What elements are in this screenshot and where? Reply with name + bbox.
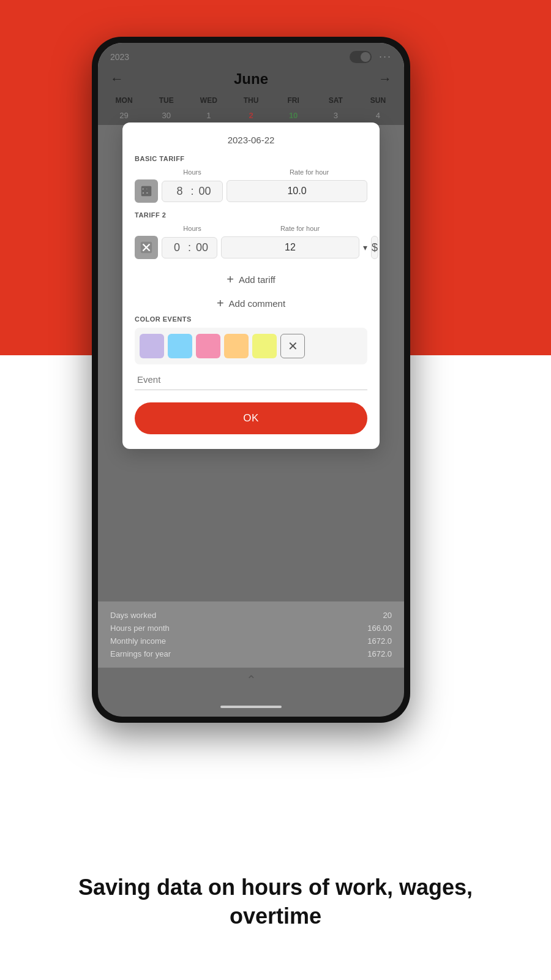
time-colon-basic: : (190, 185, 193, 198)
time-colon-t2: : (188, 241, 191, 254)
tariff2-hours-value: 0 (168, 241, 186, 254)
stat-row-hours: Hours per month 166.00 (110, 622, 392, 635)
dialog-date: 2023-06-22 (135, 135, 367, 145)
tariff2-row: 0 : 00 ▾ $ (135, 236, 367, 259)
basic-rate-input[interactable] (227, 180, 367, 202)
stat-value-hours: 166.00 (367, 624, 392, 633)
svg-text:=: = (146, 192, 148, 195)
calculator-icon: + - × = (140, 184, 153, 198)
add-tariff-label: Add tariff (239, 274, 276, 285)
swatch-purple[interactable] (140, 334, 164, 358)
stat-row-days: Days worked 20 (110, 609, 392, 622)
phone-screen: 2023 ··· ← June → MON TUE WED THU FRI SA… (98, 43, 404, 717)
stat-label-income: Monthly income (110, 636, 166, 646)
basic-col-hours: Hours (183, 168, 201, 176)
basic-col-rate: Rate for hour (290, 168, 329, 176)
add-tariff-icon: + (227, 273, 234, 287)
event-input[interactable] (135, 369, 367, 390)
t2-col-hours: Hours (183, 225, 201, 232)
stat-row-income: Monthly income 1672.0 (110, 635, 392, 647)
currency-symbol: $ (372, 241, 378, 254)
basic-minutes-value: 00 (197, 185, 214, 198)
basic-tariff-row: + - × = 8 : 00 (135, 179, 367, 203)
rate-dropdown-button[interactable]: ▾ (363, 236, 367, 259)
swatch-yellow[interactable] (252, 334, 277, 358)
stat-label-year: Earnings for year (110, 649, 171, 658)
swatch-pink[interactable] (196, 334, 220, 358)
tariff2-label: TARIFF 2 (135, 211, 367, 219)
svg-text:×: × (143, 192, 144, 195)
swatch-clear-button[interactable]: ✕ (280, 334, 305, 358)
entry-dialog: 2023-06-22 BASIC TARIFF Hours Rate for h… (122, 123, 380, 449)
svg-text:+: + (143, 187, 144, 190)
tariff2-time-input[interactable]: 0 : 00 (162, 237, 217, 258)
currency-button[interactable]: $ (371, 236, 378, 259)
add-comment-button[interactable]: + Add comment (135, 292, 367, 315)
basic-tariff-label: BASIC TARIFF (135, 155, 367, 162)
tagline-container: Saving data on hours of work, wages, ove… (0, 873, 551, 931)
stat-value-year: 1672.0 (367, 649, 392, 658)
color-events-label: COLOR EVENTS (135, 315, 367, 323)
t2-col-rate: Rate for hour (280, 225, 320, 232)
calculator-button[interactable]: + - × = (135, 179, 158, 203)
swatch-blue[interactable] (168, 334, 192, 358)
tariff2-rate-input[interactable] (221, 236, 359, 258)
add-comment-label: Add comment (229, 298, 286, 309)
add-tariff-button[interactable]: + Add tariff (135, 268, 367, 292)
color-swatches-container: ✕ (135, 328, 367, 364)
home-indicator (220, 706, 282, 708)
stat-row-year: Earnings for year 1672.0 (110, 647, 392, 660)
collapse-button[interactable]: ⌃ (98, 673, 404, 687)
stat-value-income: 1672.0 (367, 636, 392, 646)
basic-hours-value: 8 (171, 185, 188, 198)
tariff2-minutes-value: 00 (193, 241, 211, 254)
swatch-orange[interactable] (224, 334, 249, 358)
add-comment-icon: + (217, 296, 224, 311)
basic-time-input[interactable]: 8 : 00 (162, 181, 223, 202)
stat-label-days: Days worked (110, 611, 156, 620)
delete-icon (140, 241, 153, 254)
tagline-text: Saving data on hours of work, wages, ove… (49, 873, 502, 931)
stats-area: Days worked 20 Hours per month 166.00 Mo… (98, 601, 404, 668)
stat-label-hours: Hours per month (110, 624, 170, 633)
phone-frame: 2023 ··· ← June → MON TUE WED THU FRI SA… (92, 37, 410, 723)
delete-tariff2-button[interactable] (135, 236, 158, 259)
ok-button[interactable]: OK (135, 402, 367, 434)
stat-value-days: 20 (383, 611, 392, 620)
